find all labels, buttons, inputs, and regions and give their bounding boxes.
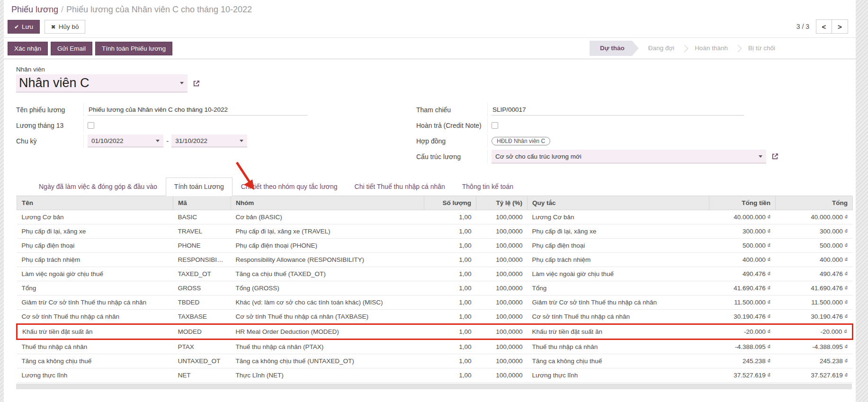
tab-pit-details[interactable]: Chi tiết Thuế thu nhập cá nhân — [346, 178, 454, 196]
table-cell: 1,00 — [424, 267, 476, 281]
table-row[interactable]: Cơ sở tính Thuế thu nhập cá nhânTAXBASEC… — [17, 310, 853, 324]
payslip-lines-table: TênMãNhómSố lượngTỷ lệ (%)Quy tắcTổng ti… — [16, 196, 853, 383]
column-header[interactable]: Số lượng — [424, 196, 476, 210]
table-cell: Phụ cấp điện thoại (PHONE) — [231, 239, 424, 253]
table-cell: 30.190.476 ₫ — [776, 310, 853, 324]
table-cell: Thuế thu nhập cá nhân — [17, 339, 173, 354]
status-step-1[interactable]: Dự thảo — [590, 41, 639, 56]
table-cell: 300.000 ₫ — [709, 224, 776, 239]
table-cell: Giảm trừ Cơ sở tính Thuế thu nhập cá nhâ… — [528, 295, 709, 310]
statusbar-action-button[interactable]: Xác nhận — [8, 42, 48, 55]
table-cell: 100,0000 — [476, 295, 528, 310]
table-cell: 1,00 — [424, 210, 476, 224]
statusbar-buttons: Xác nhậnGửi EmailTính toán Phiếu lương — [8, 42, 175, 55]
reference-label: Tham chiếu — [416, 106, 487, 114]
table-cell: Lương Cơ bản — [17, 210, 173, 224]
column-header[interactable]: Tên — [17, 196, 173, 210]
table-cell: 37.527.619 ₫ — [776, 368, 853, 383]
table-cell: -4.388.095 ₫ — [776, 339, 853, 354]
breadcrumb-root-link[interactable]: Phiếu lương — [11, 5, 58, 14]
tab-rule-category-details[interactable]: Chi tiết theo nhóm quy tắc lương — [233, 178, 346, 196]
table-cell: 1,00 — [424, 310, 476, 324]
column-header[interactable]: Tổng — [776, 196, 853, 210]
table-cell: 1,00 — [424, 281, 476, 295]
cycle-from-date-field[interactable]: 01/10/2022 — [88, 134, 163, 147]
payslip-name-input[interactable]: Phiếu lương của Nhân viên C cho tháng 10… — [88, 104, 307, 116]
table-cell: 100,0000 — [476, 267, 528, 281]
table-cell: Phụ cấp đi lại, xăng xe — [17, 224, 173, 239]
table-row[interactable]: Tăng ca không chịu thuếUNTAXED_OTTăng ca… — [17, 354, 853, 368]
column-header[interactable]: Tổng tiền — [709, 196, 776, 210]
cycle-label: Chu kỳ — [16, 137, 83, 145]
cycle-to-date-field[interactable]: 31/10/2022 — [171, 134, 247, 147]
thirteen-month-label: Lương tháng 13 — [16, 122, 83, 129]
table-cell: HR Meal Order Deduction (MODED) — [231, 324, 424, 339]
cycle-date-separator: - — [166, 137, 169, 145]
table-cell: 40.000.000 ₫ — [709, 210, 776, 224]
dropdown-caret-icon[interactable] — [180, 82, 184, 84]
table-row[interactable]: Phụ cấp điện thoạiPHONEPhụ cấp điện thoạ… — [17, 239, 853, 253]
column-header[interactable]: Tỷ lệ (%) — [476, 196, 528, 210]
tab-salary-computation[interactable]: Tính toán Lương — [166, 178, 233, 196]
table-cell: Cơ bản (BASIC) — [231, 210, 424, 224]
discard-button[interactable]: ✖Hủy bỏ — [45, 20, 86, 34]
table-cell: Khác (vd: làm cơ sở cho các tính toán kh… — [231, 295, 424, 310]
status-steps: Dự thảoĐang đợiHoàn thànhBị từ chối — [590, 41, 785, 56]
table-cell: 100,0000 — [476, 253, 528, 267]
table-cell: Phụ cấp đi lại, xăng xe — [528, 224, 709, 239]
pager-count: 3 / 3 — [796, 23, 809, 30]
tab-worked-days[interactable]: Ngày đã làm việc & đóng góp & đầu vào — [30, 178, 166, 196]
thirteen-month-checkbox[interactable] — [88, 122, 94, 129]
contract-label: Hợp đồng — [416, 137, 487, 145]
table-cell: Tăng ca chịu thuế (TAXED_OT) — [231, 267, 424, 281]
table-cell: 41.690.476 ₫ — [776, 281, 853, 295]
contract-tag[interactable]: HĐLĐ Nhân viên C — [492, 137, 550, 145]
statusbar-action-button[interactable]: Gửi Email — [51, 42, 92, 55]
credit-note-checkbox[interactable] — [492, 122, 498, 129]
table-row[interactable]: Lương thực lĩnhNETThực Lĩnh (NET)1,00100… — [17, 368, 853, 383]
table-cell: Khấu trừ tiền đặt suất ăn — [528, 324, 709, 339]
status-step-2[interactable]: Đang đợi — [639, 41, 684, 56]
credit-note-label: Hoàn trả (Credit Note) — [416, 122, 487, 129]
statusbar-action-button[interactable]: Tính toán Phiếu lương — [95, 42, 172, 55]
table-row[interactable]: Làm việc ngoài giờ chịu thuếTAXED_OTTăng… — [17, 267, 853, 281]
table-row[interactable]: Phụ cấp đi lại, xăng xeTRAVELPhụ cấp đi … — [17, 224, 853, 239]
table-row[interactable]: Lương Cơ bảnBASICCơ bản (BASIC)1,00100,0… — [17, 210, 853, 224]
table-body: Lương Cơ bảnBASICCơ bản (BASIC)1,00100,0… — [17, 210, 853, 383]
table-cell: TAXED_OT — [173, 267, 231, 281]
breadcrumb-current: Phiếu lương của Nhân viên C cho tháng 10… — [66, 5, 252, 14]
column-header[interactable]: Mã — [173, 196, 231, 210]
status-step-4[interactable]: Bị từ chối — [739, 41, 785, 56]
table-cell: 490.476 ₫ — [776, 267, 853, 281]
table-cell: 245.238 ₫ — [709, 354, 776, 368]
table-cell: PHONE — [173, 239, 231, 253]
table-cell: -20.000 ₫ — [709, 324, 776, 339]
pager-next-button[interactable]: > — [832, 19, 848, 34]
structure-field[interactable]: Cơ sở cho cấu trúc lương mới — [492, 150, 766, 163]
pager: 3 / 3 < > — [796, 19, 848, 34]
table-cell: Tổng — [528, 281, 709, 295]
table-cell: Phụ cấp điện thoại — [17, 239, 173, 253]
table-row-highlighted[interactable]: Khấu trừ tiền đặt suất ănMODEDHR Meal Or… — [17, 324, 853, 339]
save-button[interactable]: ✔Lưu — [8, 20, 40, 34]
table-row[interactable]: Giảm trừ Cơ sở tính Thuế thu nhập cá nhâ… — [17, 295, 853, 310]
table-cell: 100,0000 — [476, 354, 528, 368]
status-step-3[interactable]: Hoàn thành — [685, 41, 737, 56]
employee-field[interactable]: Nhân viên C — [16, 74, 188, 92]
notebook-tab-bar: Ngày đã làm việc & đóng góp & đầu vàoTín… — [16, 178, 852, 196]
table-cell: 1,00 — [424, 324, 476, 339]
tab-accounting-info[interactable]: Thông tin kế toán — [454, 178, 522, 196]
column-header[interactable]: Quy tắc — [528, 196, 709, 210]
table-cell: Phụ cấp đi lại, xăng xe (TRAVEL) — [231, 224, 424, 239]
column-header[interactable]: Nhóm — [231, 196, 424, 210]
external-link-icon[interactable] — [771, 152, 779, 161]
external-link-icon[interactable] — [192, 80, 200, 88]
record-actions: ✔Lưu ✖Hủy bỏ — [8, 20, 88, 34]
table-cell: 1,00 — [424, 354, 476, 368]
table-row[interactable]: Thuế thu nhập cá nhânPTAXThuế thu nhập c… — [17, 339, 853, 354]
pager-prev-button[interactable]: < — [816, 19, 832, 34]
reference-input[interactable]: SLIP/00017 — [492, 104, 744, 116]
check-icon: ✔ — [14, 24, 19, 30]
table-row[interactable]: Phụ cấp trách nhiệmRESPONSIBILITYRespons… — [17, 253, 853, 267]
table-row[interactable]: TổngGROSSTổng (GROSS)1,00100,0000Tổng41.… — [17, 281, 853, 295]
